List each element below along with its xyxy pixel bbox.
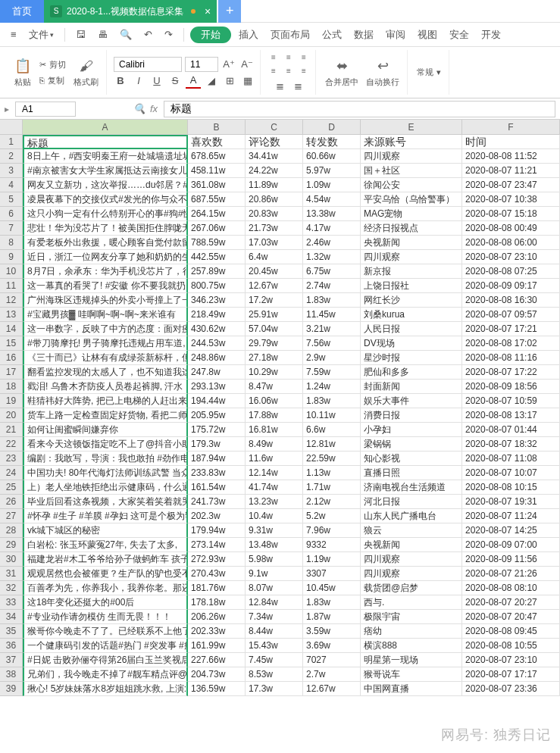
cell-D21[interactable]: 6.6w	[303, 423, 361, 437]
cell-E35[interactable]: 痞幼	[361, 624, 462, 639]
row-header-18[interactable]: 18	[0, 380, 23, 394]
font-select[interactable]	[114, 57, 182, 72]
row-header-30[interactable]: 30	[0, 552, 23, 567]
cell-B4[interactable]: 361.08w	[188, 178, 246, 192]
cell-A30[interactable]: 福建龙岩#木工爷爷给孙子做蚂蚱车 孩子	[23, 552, 188, 567]
expand-icon[interactable]: ▸	[5, 104, 9, 114]
row-header-15[interactable]: 15	[0, 336, 23, 351]
merge-center-button[interactable]: ⬌ 合并居中	[322, 57, 361, 88]
indent-right-icon[interactable]: ≣	[290, 79, 305, 94]
cell-A14[interactable]: 这一串数字，反映了中方的态度：面对疫	[23, 322, 188, 336]
cell-C35[interactable]: 8.44w	[246, 624, 303, 639]
column-header-D[interactable]: D	[303, 120, 361, 135]
cell-D20[interactable]: 10.11w	[303, 408, 361, 423]
name-box[interactable]	[15, 102, 76, 117]
cell-E38[interactable]: 猴哥说车	[361, 667, 462, 682]
row-header-7[interactable]: 7	[0, 221, 23, 236]
cell-D22[interactable]: 12.81w	[303, 437, 361, 451]
row-header-17[interactable]: 17	[0, 365, 23, 380]
cell-B7[interactable]: 267.06w	[188, 221, 246, 236]
cell-B22[interactable]: 179.3w	[188, 437, 246, 451]
cell-D26[interactable]: 2.12w	[303, 495, 361, 509]
row-header-14[interactable]: 14	[0, 322, 23, 336]
cell-E36[interactable]: 横滨888	[361, 639, 462, 653]
row-header-28[interactable]: 28	[0, 523, 23, 538]
cell-C10[interactable]: 20.45w	[246, 264, 303, 279]
tab-insert[interactable]: 插入	[234, 28, 263, 42]
cell-E1[interactable]: 来源账号	[361, 135, 462, 149]
row-header-33[interactable]: 33	[0, 595, 23, 610]
row-header-4[interactable]: 4	[0, 178, 23, 192]
row-header-6[interactable]: 6	[0, 207, 23, 221]
cell-F29[interactable]: 2020-08-09 07:00	[462, 538, 560, 552]
cell-A12[interactable]: 广州海珠区违规掉头的外卖小哥撞上了一	[23, 293, 188, 308]
align-bottom-left[interactable]: ≡	[267, 65, 280, 77]
cell-E14[interactable]: 人民日报	[361, 322, 462, 336]
cell-F16[interactable]: 2020-08-08 11:16	[462, 351, 560, 365]
cell-B32[interactable]: 181.76w	[188, 581, 246, 595]
tab-dev[interactable]: 开发	[477, 28, 505, 42]
cell-B14[interactable]: 430.62w	[188, 322, 246, 336]
row-header-16[interactable]: 16	[0, 351, 23, 365]
cell-A37[interactable]: #日妮 击败孙俪夺得第26届白玉兰奖视后	[23, 653, 188, 667]
cell-C22[interactable]: 8.49w	[246, 437, 303, 451]
row-header-5[interactable]: 5	[0, 192, 23, 207]
cell-C21[interactable]: 16.81w	[246, 423, 303, 437]
cell-D29[interactable]: 9332	[303, 538, 361, 552]
row-header-38[interactable]: 38	[0, 667, 23, 682]
cell-E33[interactable]: 西与.	[361, 595, 462, 610]
cell-D32[interactable]: 10.45w	[303, 581, 361, 595]
cell-F39[interactable]: 2020-08-07 23:36	[462, 682, 560, 696]
cell-C33[interactable]: 12.84w	[246, 595, 303, 610]
wrap-text-button[interactable]: ↩ 自动换行	[363, 57, 402, 88]
cell-B12[interactable]: 346.23w	[188, 293, 246, 308]
cell-C26[interactable]: 13.23w	[246, 495, 303, 509]
cell-A36[interactable]: 一个健康码引发的话题#热门 #突发事 #疫	[23, 639, 188, 653]
row-header-24[interactable]: 24	[0, 466, 23, 480]
cell-B20[interactable]: 205.95w	[188, 408, 246, 423]
row-header-34[interactable]: 34	[0, 610, 23, 624]
format-painter-button[interactable]: 🖌 格式刷	[70, 57, 102, 88]
cell-F24[interactable]: 2020-08-07 10:07	[462, 466, 560, 480]
cell-E30[interactable]: 四川观察	[361, 552, 462, 567]
preview-icon[interactable]: 🔍	[115, 29, 136, 40]
cell-C18[interactable]: 8.47w	[246, 380, 303, 394]
cell-F3[interactable]: 2020-08-07 11:21	[462, 164, 560, 178]
cell-C16[interactable]: 27.18w	[246, 351, 303, 365]
cell-D27[interactable]: 5.2w	[303, 509, 361, 523]
cell-D17[interactable]: 7.59w	[303, 365, 361, 380]
cell-A7[interactable]: 悲壮！华为没芯片了！被美国拒住脖咙无	[23, 221, 188, 236]
cell-E3[interactable]: 国＋社区	[361, 164, 462, 178]
border-button[interactable]: ⊞	[222, 73, 237, 89]
cell-E28[interactable]: 狼云	[361, 523, 462, 538]
row-header-39[interactable]: 39	[0, 682, 23, 696]
copy-button[interactable]: ⎘复制	[36, 73, 69, 88]
cell-A18[interactable]: 戳泪! 乌鲁木齐防疫人员卷起裤脚, 汗水	[23, 380, 188, 394]
home-tab[interactable]: 首页	[0, 0, 44, 23]
cell-B9[interactable]: 442.55w	[188, 250, 246, 264]
cell-C19[interactable]: 16.06w	[246, 394, 303, 408]
cell-A31[interactable]: 观观居然也会被催更？生产队的驴也受不	[23, 567, 188, 581]
column-header-C[interactable]: C	[246, 120, 303, 135]
cell-B33[interactable]: 178.18w	[188, 595, 246, 610]
cell-D8[interactable]: 2.46w	[303, 236, 361, 250]
cell-E9[interactable]: 四川观察	[361, 250, 462, 264]
indent-left-icon[interactable]: ≣	[272, 79, 287, 94]
cell-B17[interactable]: 247.8w	[188, 365, 246, 380]
cell-E23[interactable]: 知心影视	[361, 451, 462, 466]
select-all-corner[interactable]	[0, 120, 23, 135]
file-menu[interactable]: 文件 ▾	[24, 28, 58, 42]
cell-A9[interactable]: 近日，浙江一位网友分享了她和奶奶的生	[23, 250, 188, 264]
cell-F5[interactable]: 2020-08-07 10:38	[462, 192, 560, 207]
cell-C32[interactable]: 8.07w	[246, 581, 303, 595]
cell-C28[interactable]: 9.31w	[246, 523, 303, 538]
cell-D4[interactable]: 1.09w	[303, 178, 361, 192]
cell-C9[interactable]: 6.4w	[246, 250, 303, 264]
cell-A22[interactable]: 看来今天这顿饭指定吃不上了@抖音小助	[23, 437, 188, 451]
save-icon[interactable]: 🖫	[71, 29, 90, 40]
cell-B11[interactable]: 800.75w	[188, 279, 246, 293]
cell-D28[interactable]: 7.96w	[303, 523, 361, 538]
cell-D16[interactable]: 2.9w	[303, 351, 361, 365]
cell-A39[interactable]: 揪心! 5岁妹妹落水8岁姐姐跳水救, 上演:	[23, 682, 188, 696]
cell-A2[interactable]: 8日上午，#西安明秦王府一处城墙遗址坍	[23, 149, 188, 164]
